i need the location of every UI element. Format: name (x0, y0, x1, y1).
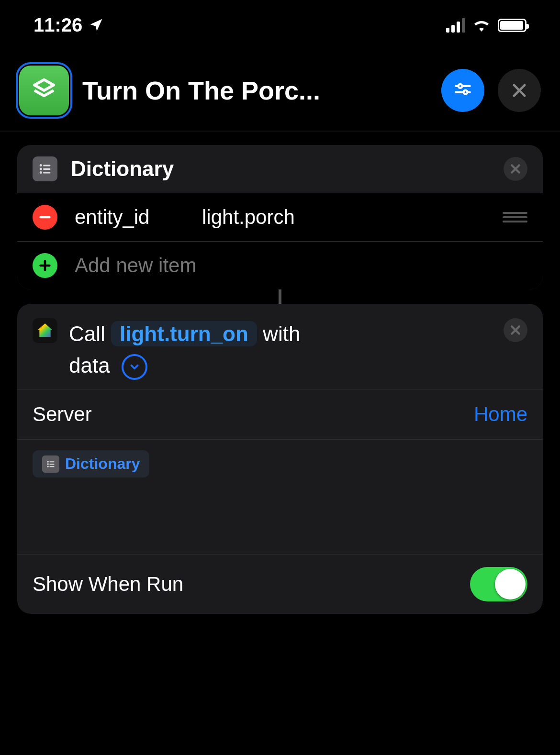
svg-point-20 (47, 461, 49, 462)
reorder-handle-icon[interactable] (503, 212, 527, 222)
svg-rect-12 (43, 172, 50, 173)
svg-rect-25 (50, 466, 55, 467)
delete-call-action-button[interactable] (504, 318, 527, 342)
svg-point-24 (47, 466, 49, 467)
home-assistant-icon (33, 318, 57, 343)
location-icon (89, 14, 103, 36)
status-left: 11:26 (34, 14, 103, 36)
svg-point-3 (463, 90, 467, 94)
shortcut-title[interactable]: Turn On The Porc... (82, 76, 428, 105)
cellular-icon (446, 18, 465, 33)
close-button[interactable] (498, 69, 541, 112)
call-suffix-with: with (263, 322, 300, 345)
data-variable-chip[interactable]: Dictionary (33, 450, 149, 477)
wifi-icon (472, 17, 491, 33)
dictionary-icon (33, 156, 57, 181)
show-when-run-label: Show When Run (33, 573, 183, 596)
action-connector (279, 289, 281, 304)
svg-point-7 (40, 164, 42, 167)
shortcut-app-icon[interactable] (19, 66, 69, 115)
expand-action-button[interactable] (122, 354, 147, 380)
dictionary-item-row: entity_id light.porch (17, 193, 543, 241)
header: Turn On The Porc... (0, 50, 560, 132)
add-item-label: Add new item (75, 254, 527, 277)
svg-rect-23 (50, 464, 55, 465)
actions-content: Dictionary entity_id light.porch (0, 132, 560, 614)
server-param-row[interactable]: Server Home (17, 389, 543, 439)
svg-point-9 (40, 168, 42, 170)
server-label: Server (33, 403, 92, 426)
server-value[interactable]: Home (474, 403, 527, 426)
dictionary-chip-icon (42, 455, 59, 473)
show-when-run-row: Show When Run (17, 554, 543, 614)
status-bar: 11:26 (0, 0, 560, 50)
svg-rect-21 (50, 461, 55, 462)
dictionary-action-card: Dictionary entity_id light.porch (17, 145, 543, 289)
service-name-pill[interactable]: light.turn_on (111, 321, 257, 346)
remove-item-button[interactable] (33, 205, 57, 230)
status-time: 11:26 (34, 14, 82, 36)
dictionary-action-title: Dictionary (71, 157, 490, 181)
battery-icon (498, 19, 526, 32)
call-service-action-card: Call light.turn_on with data Server Home (17, 304, 543, 614)
status-right (446, 17, 526, 33)
dictionary-action-header[interactable]: Dictionary (17, 145, 543, 193)
show-when-run-toggle[interactable] (470, 567, 527, 601)
data-chip-label: Dictionary (65, 455, 140, 473)
svg-rect-10 (43, 168, 50, 170)
add-item-button[interactable] (33, 253, 57, 278)
svg-point-22 (47, 463, 49, 465)
settings-button[interactable] (441, 69, 484, 112)
call-prefix: Call (69, 322, 105, 345)
svg-point-11 (40, 171, 42, 174)
svg-point-1 (458, 84, 462, 88)
call-suffix-data: data (69, 354, 110, 377)
data-param-row[interactable]: Dictionary (17, 439, 543, 554)
call-service-header[interactable]: Call light.turn_on with data (17, 304, 543, 389)
dictionary-key-field[interactable]: entity_id (75, 206, 185, 229)
svg-rect-8 (43, 165, 50, 166)
delete-dictionary-action-button[interactable] (504, 157, 527, 181)
add-item-row[interactable]: Add new item (17, 241, 543, 289)
dictionary-value-field[interactable]: light.porch (202, 206, 485, 229)
call-service-sentence: Call light.turn_on with data (69, 318, 492, 381)
